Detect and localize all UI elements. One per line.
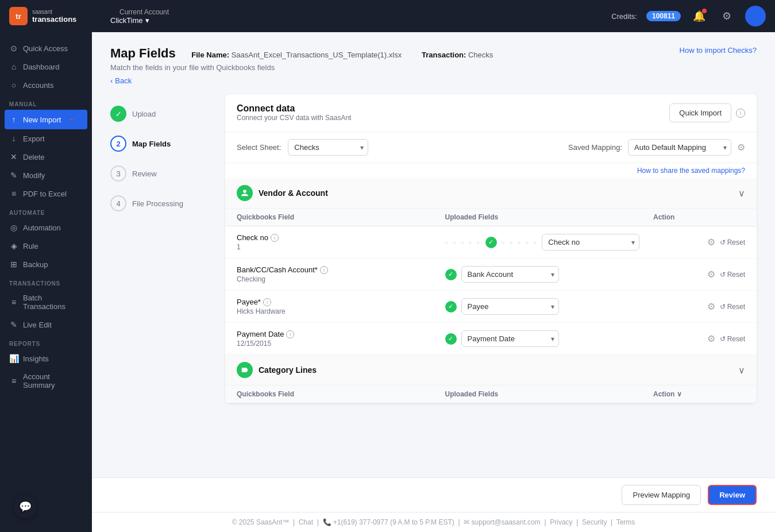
steps-content: ✓ Upload 2 Map Fields 3 Review 4 File Pr… (110, 94, 757, 403)
payee-select[interactable]: Payee (461, 298, 559, 315)
user-avatar[interactable] (745, 6, 766, 26)
vendor-header-action: Action (653, 213, 745, 221)
sidebar-item-new-import[interactable]: ↑ New Import ← (5, 110, 87, 129)
select-sheet-wrapper: Checks (288, 139, 368, 156)
content-wrapper: Map Fields File Name: SaasAnt_Excel_Tran… (92, 32, 775, 532)
footer-privacy-link[interactable]: Privacy (550, 518, 572, 526)
transaction-info: Transaction: Checks (418, 51, 493, 59)
payment-date-gear[interactable]: ⚙ (707, 333, 715, 344)
chat-bubble[interactable]: 💬 (14, 495, 37, 518)
back-chevron-icon: ‹ (110, 76, 113, 85)
saved-mapping-dropdown[interactable]: Auto Default Mapping (628, 139, 731, 156)
step-file-processing: 4 File Processing (110, 188, 225, 218)
sidebar-item-insights[interactable]: 📊 Insights (0, 349, 92, 368)
page-header-left: Map Fields File Name: SaasAnt_Excel_Tran… (110, 46, 493, 61)
notification-icon[interactable]: 🔔 (690, 7, 708, 25)
step-upload-label: Upload (132, 110, 156, 118)
vendor-section-icon (237, 185, 253, 201)
footer-chat-link[interactable]: Chat (299, 518, 313, 526)
header-right: Credits: 100811 🔔 ⚙ (611, 6, 766, 26)
bank-account-reset[interactable]: ↺ Reset (720, 271, 745, 279)
account-summary-icon: ≡ (9, 376, 18, 385)
connect-subtitle: Connect your CSV data with SaasAnt (237, 114, 351, 122)
check-no-gear[interactable]: ⚙ (707, 237, 715, 248)
sidebar-item-modify[interactable]: ✎ Modify (0, 166, 92, 184)
check-no-check: ✓ (485, 237, 497, 248)
vendor-section-chevron: ∨ (738, 188, 745, 199)
page-subtitle: Match the fields in your file with Quick… (110, 63, 757, 72)
mapping-gear-icon[interactable]: ⚙ (737, 142, 745, 153)
page-title: Map Fields (110, 46, 176, 60)
step-map-fields: 2 Map Fields (110, 129, 225, 159)
check-no-reset[interactable]: ↺ Reset (720, 238, 745, 246)
back-button[interactable]: ‹ Back (110, 76, 757, 85)
category-section-title: Category Lines (259, 365, 317, 375)
vendor-header-uploaded: Uploaded Fields (445, 213, 654, 221)
footer-security-link[interactable]: Security (582, 518, 607, 526)
sidebar-item-account-summary[interactable]: ≡ Account Summary (0, 368, 92, 394)
sidebar-item-dashboard[interactable]: ⌂ Dashboard (0, 57, 92, 76)
category-section-chevron: ∨ (738, 365, 745, 376)
check-no-info-icon[interactable]: i (271, 234, 279, 242)
select-sheet-dropdown[interactable]: Checks (288, 139, 368, 156)
dashboard-icon: ⌂ (9, 62, 18, 71)
sidebar-item-automation[interactable]: ◎ Automation (0, 218, 92, 237)
check-no-dashes: - - - - - (445, 237, 481, 248)
connect-header-text: Connect data Connect your CSV data with … (237, 103, 351, 122)
live-edit-icon: ✎ (9, 320, 18, 329)
page-header-row: Map Fields File Name: SaasAnt_Excel_Tran… (110, 46, 757, 61)
bank-account-info-icon[interactable]: i (320, 266, 328, 274)
payment-date-uploaded: ✓ Payment Date (445, 330, 654, 347)
saved-mapping-row: Saved Mapping: Auto Default Mapping ⚙ (568, 139, 745, 156)
bank-account-check: ✓ (445, 269, 457, 280)
category-section-header[interactable]: Category Lines ∨ (225, 355, 757, 385)
check-no-select[interactable]: Check no (542, 234, 639, 250)
bank-account-gear[interactable]: ⚙ (707, 269, 715, 280)
qb-field-payee: Payee* i Hicks Hardware (237, 298, 445, 315)
quick-import-button[interactable]: Quick Import (669, 103, 731, 122)
step-map-label: Map Fields (132, 140, 171, 148)
payee-reset[interactable]: ↺ Reset (720, 303, 745, 311)
preview-mapping-button[interactable]: Preview Mapping (622, 485, 701, 505)
page-footer: © 2025 SaasAnt™ | Chat | 📞 +1(619) 377-0… (92, 512, 775, 532)
quick-import-info-icon[interactable]: i (736, 109, 745, 118)
footer-bar: Preview Mapping Review (92, 477, 775, 512)
sidebar-item-export[interactable]: ↓ Export (0, 129, 92, 148)
sidebar-item-quick-access[interactable]: ⊙ Quick Access (0, 39, 92, 57)
payment-date-info-icon[interactable]: i (286, 330, 294, 338)
backup-icon: ⊞ (9, 260, 18, 269)
how-to-import-link[interactable]: How to import Checks? (680, 46, 757, 55)
credits-badge: 100811 (646, 11, 681, 21)
sidebar-item-batch-transactions[interactable]: ≡ Batch Transactions (0, 289, 92, 315)
pdf-icon: ≡ (9, 189, 18, 198)
payee-info-icon[interactable]: i (263, 298, 271, 306)
qb-field-bank-account: Bank/CC/Cash Account* i Checking (237, 265, 445, 283)
bank-account-select[interactable]: Bank Account (461, 266, 559, 283)
logo-icon: tr (9, 7, 28, 25)
payment-date-reset[interactable]: ↺ Reset (720, 335, 745, 343)
how-to-share-link[interactable]: How to share the saved mappings? (225, 163, 757, 178)
sidebar-item-rule[interactable]: ◈ Rule (0, 237, 92, 255)
payee-gear[interactable]: ⚙ (707, 301, 715, 312)
payment-date-action: ⚙ ↺ Reset (653, 333, 745, 344)
category-header-qb: Quickbooks Field (237, 390, 445, 398)
vendor-section-header[interactable]: Vendor & Account ∨ (225, 178, 757, 209)
vendor-section-title: Vendor & Account (259, 188, 328, 198)
sidebar: ⊙ Quick Access ⌂ Dashboard ○ Accounts MA… (0, 32, 92, 532)
qb-field-check-no: Check no i 1 (237, 233, 445, 251)
sidebar-item-delete[interactable]: ✕ Delete (0, 148, 92, 166)
step-review-label: Review (132, 169, 157, 178)
sidebar-item-accounts[interactable]: ○ Accounts (0, 76, 92, 94)
account-name-dropdown[interactable]: ClickTime ▾ (110, 16, 169, 25)
sidebar-item-pdf-to-excel[interactable]: ≡ PDF to Excel (0, 184, 92, 203)
category-header-uploaded: Uploaded Fields (445, 390, 654, 398)
review-button[interactable]: Review (708, 485, 757, 505)
payment-date-select[interactable]: Payment Date (461, 330, 559, 347)
automation-icon: ◎ (9, 223, 18, 232)
quick-import-area: Quick Import i (669, 103, 745, 122)
settings-icon[interactable]: ⚙ (718, 7, 736, 25)
sidebar-item-backup[interactable]: ⊞ Backup (0, 255, 92, 273)
sidebar-item-live-edit[interactable]: ✎ Live Edit (0, 315, 92, 334)
footer-terms-link[interactable]: Terms (616, 518, 635, 526)
account-info: Current Account ClickTime ▾ (110, 8, 169, 25)
